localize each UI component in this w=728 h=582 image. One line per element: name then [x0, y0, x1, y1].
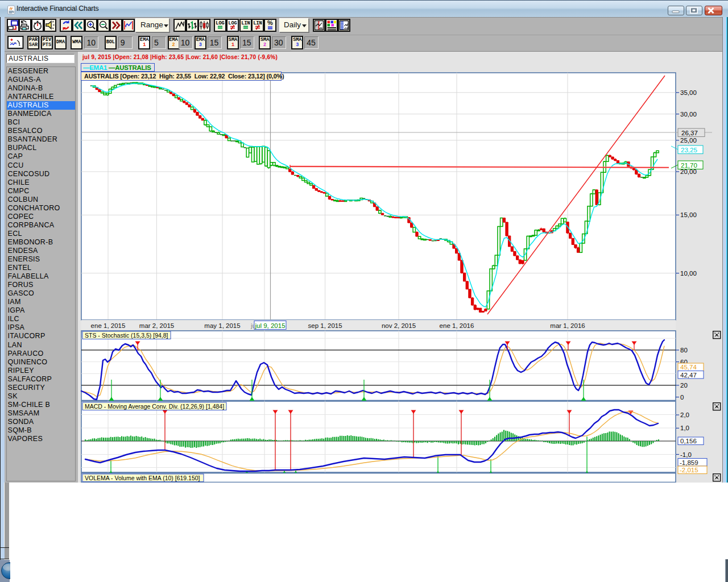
svg-text:2,0: 2,0 [680, 411, 689, 418]
svg-text:80: 80 [680, 347, 688, 354]
svg-text:VOLEMA - Volume with EMA (10): VOLEMA - Volume with EMA (10) [619.150] [85, 475, 200, 481]
svg-text:26,37: 26,37 [681, 130, 698, 136]
svg-text:-1,859: -1,859 [680, 459, 698, 466]
svg-text:sep 1, 2015: sep 1, 2015 [308, 322, 342, 329]
svg-text:0: 0 [680, 394, 684, 401]
svg-text:mar 1, 2016: mar 1, 2016 [550, 322, 585, 329]
svg-text:LOG: LOG [216, 20, 225, 26]
svg-text:mar 2, 2015: mar 2, 2015 [139, 322, 174, 329]
svg-text:35,00: 35,00 [680, 89, 697, 96]
svg-text:MACD - Moving Average Conv. Di: MACD - Moving Average Conv. Div. (12,26,… [85, 403, 224, 410]
svg-text:0,156: 0,156 [680, 438, 697, 444]
svg-text:%: % [268, 19, 274, 26]
svg-text:1,0: 1,0 [680, 425, 689, 431]
svg-text:30,00: 30,00 [680, 111, 697, 118]
svg-text:STS - Stochastic (15,3,5) [94,: STS - Stochastic (15,3,5) [94,8] [85, 332, 168, 339]
svg-text:25,00: 25,00 [680, 137, 697, 144]
svg-text:10,00: 10,00 [680, 270, 697, 277]
svg-text:20: 20 [680, 382, 688, 389]
svg-text:42,47: 42,47 [680, 372, 697, 379]
svg-text:15,00: 15,00 [680, 211, 697, 218]
svg-text:LOG: LOG [229, 20, 237, 26]
svg-text:jul 9, 2015: jul 9, 2015 [254, 322, 285, 329]
svg-text:LIN: LIN [254, 20, 262, 26]
svg-text:23,25: 23,25 [681, 147, 697, 153]
svg-text:ene 1, 2015: ene 1, 2015 [91, 322, 126, 329]
svg-text:ene 1, 2016: ene 1, 2016 [440, 322, 474, 329]
svg-text:21,70: 21,70 [681, 162, 697, 169]
svg-text:may 1, 2015: may 1, 2015 [204, 322, 240, 329]
svg-text:-1,0: -1,0 [680, 451, 692, 458]
svg-text:45,74: 45,74 [680, 364, 697, 371]
svg-text:-2,015: -2,015 [680, 467, 698, 473]
svg-text:LIN: LIN [241, 20, 250, 26]
svg-text:nov 2, 2015: nov 2, 2015 [382, 322, 416, 329]
